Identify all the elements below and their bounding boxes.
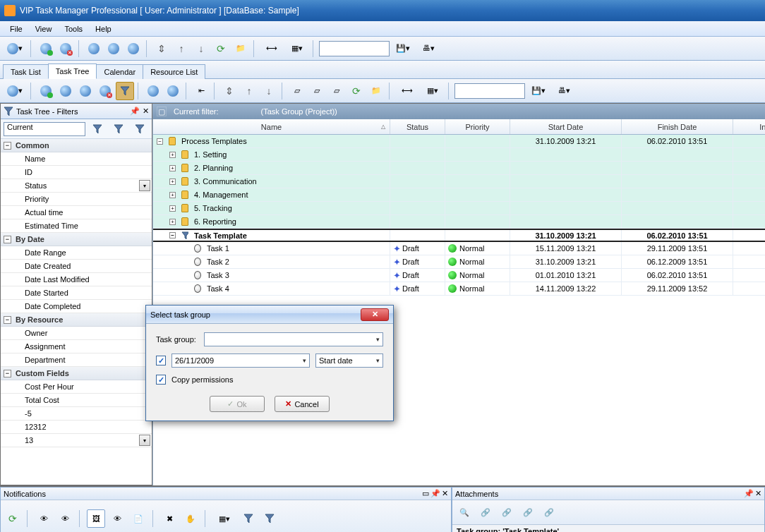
dialog-close-button[interactable]: ✕: [361, 308, 389, 321]
tab-calendar[interactable]: Calendar: [96, 64, 143, 79]
grid-row[interactable]: Task 2✦ Draft Normal31.10.2009 13:2106.1…: [153, 255, 765, 269]
tab-task-tree[interactable]: Task Tree: [48, 64, 97, 79]
grid-row[interactable]: −Task Template31.10.2009 13:2106.02.2010…: [153, 229, 765, 242]
date-checkbox[interactable]: ✓: [156, 356, 166, 365]
task-group-combo[interactable]: [204, 332, 383, 346]
filter-item[interactable]: Date Created: [1, 260, 152, 273]
filter-item[interactable]: Date Last Modified: [1, 273, 152, 286]
date-type-combo[interactable]: Start date: [315, 353, 383, 368]
tt-g3[interactable]: [76, 82, 95, 100]
filter-item-dropdown[interactable]: [139, 435, 150, 446]
filter-group[interactable]: −Common: [1, 139, 152, 152]
tb-cols[interactable]: ▦▾: [285, 40, 309, 58]
tb-up[interactable]: ↑: [172, 40, 191, 58]
tt-tree3[interactable]: ▱: [327, 82, 346, 100]
attach-link-4[interactable]: 🔗: [540, 503, 558, 521]
notif-del[interactable]: ✖: [160, 509, 179, 528]
notif-cols[interactable]: ▦▾: [212, 509, 236, 528]
tt-print[interactable]: 🖶▾: [552, 82, 576, 100]
col-priority[interactable]: Priority: [445, 119, 510, 134]
close-icon[interactable]: ✕: [143, 107, 149, 116]
notif-funnel-2[interactable]: [260, 509, 279, 528]
tt-g4[interactable]: [96, 82, 114, 100]
cancel-button[interactable]: ✕Cancel: [275, 396, 330, 412]
grid-row[interactable]: Task 4✦ Draft Normal14.11.2009 13:2229.1…: [153, 282, 765, 296]
filter-item[interactable]: Date Range: [1, 246, 152, 260]
tt-ud[interactable]: ⇕: [220, 82, 239, 100]
preset-funnel-3[interactable]: [131, 120, 149, 138]
tt-filter-toggle[interactable]: [116, 82, 134, 100]
filter-item[interactable]: Name: [1, 152, 152, 166]
preset-funnel-2[interactable]: [109, 120, 128, 138]
tb-save[interactable]: 💾▾: [391, 40, 415, 58]
tt-indent[interactable]: ⇤: [192, 82, 210, 100]
grid-row[interactable]: +6. Reporting: [153, 215, 765, 229]
tt-tree1[interactable]: ▱: [288, 82, 306, 100]
filter-item[interactable]: Department: [1, 353, 152, 367]
attach-link-3[interactable]: 🔗: [519, 503, 537, 521]
tt-search-input[interactable]: [454, 83, 525, 99]
tt-g2[interactable]: [56, 82, 75, 100]
tb-new[interactable]: ▾: [3, 40, 27, 58]
copy-permissions-checkbox[interactable]: ✓: [156, 375, 166, 385]
menu-help[interactable]: Help: [90, 23, 117, 35]
filter-item[interactable]: 13: [1, 434, 152, 447]
tab-task-list[interactable]: Task List: [3, 64, 49, 79]
tb-down[interactable]: ↓: [192, 40, 210, 58]
notif-hand[interactable]: ✋: [181, 509, 200, 528]
col-status[interactable]: Status: [390, 119, 445, 134]
tt-refresh[interactable]: ⟳: [347, 82, 366, 100]
tt-down[interactable]: ↓: [260, 82, 278, 100]
filter-item[interactable]: Owner: [1, 327, 152, 340]
tb-globe-3[interactable]: [85, 40, 103, 58]
notif-doc[interactable]: 📄: [129, 509, 147, 528]
filter-tree[interactable]: −CommonNameIDStatusPriorityActual timeEs…: [1, 139, 152, 485]
col-name[interactable]: Name△: [153, 119, 390, 134]
tb-up-down[interactable]: ⇕: [152, 40, 171, 58]
notif-eye-3[interactable]: 👁: [108, 509, 126, 528]
attach-link-2[interactable]: 🔗: [498, 503, 516, 521]
filter-item[interactable]: Actual time: [1, 206, 152, 219]
preset-select[interactable]: Current: [4, 122, 85, 136]
col-start[interactable]: Start Date: [510, 119, 622, 134]
pin-icon[interactable]: 📌: [130, 107, 140, 116]
notif-refresh[interactable]: ⟳: [4, 509, 22, 528]
tt-tree2[interactable]: ▱: [308, 82, 326, 100]
filter-group[interactable]: −By Date: [1, 233, 152, 246]
date-picker[interactable]: 26/11/2009: [171, 353, 310, 368]
tb-globe-1[interactable]: [37, 40, 55, 58]
attach-search[interactable]: 🔍: [455, 503, 474, 521]
tt-g6[interactable]: [164, 82, 182, 100]
notif-funnel-1[interactable]: [239, 509, 258, 528]
tb-refresh[interactable]: ⟳: [212, 40, 230, 58]
filter-item[interactable]: Estimated Time: [1, 219, 152, 233]
filter-item[interactable]: Total Cost: [1, 394, 152, 407]
filter-group[interactable]: −Custom Fields: [1, 367, 152, 380]
grid-row[interactable]: +5. Tracking: [153, 202, 765, 215]
col-info[interactable]: Info: [733, 119, 765, 134]
filter-item[interactable]: Cost Per Hour: [1, 380, 152, 394]
grid-row[interactable]: +2. Planning: [153, 162, 765, 175]
tb-globe-5[interactable]: [124, 40, 143, 58]
tt-g1[interactable]: [37, 82, 55, 100]
filter-item[interactable]: -5: [1, 407, 152, 421]
notif-eye-2[interactable]: 👁: [56, 509, 74, 528]
attach-pin-icon[interactable]: 📌: [744, 489, 754, 498]
panel-opt-icon[interactable]: ▭: [422, 489, 429, 498]
menu-view[interactable]: View: [30, 23, 58, 35]
tb-expand[interactable]: ⟷: [260, 40, 284, 58]
tb-globe-4[interactable]: [104, 40, 123, 58]
notif-eye-1[interactable]: 👁: [35, 509, 53, 528]
grid-row[interactable]: Task 1✦ Draft Normal15.11.2009 13:2129.1…: [153, 242, 765, 255]
filter-bar-close-icon[interactable]: ▢: [157, 107, 167, 116]
filter-item-dropdown[interactable]: [139, 180, 150, 191]
tab-resource-list[interactable]: Resource List: [143, 64, 205, 79]
attach-close-icon[interactable]: ✕: [755, 489, 761, 498]
grid-row[interactable]: +4. Management: [153, 188, 765, 202]
grid-row[interactable]: +3. Communication: [153, 175, 765, 188]
grid-row[interactable]: Task 3✦ Draft Normal01.01.2010 13:2106.0…: [153, 269, 765, 282]
tt-new[interactable]: ▾: [3, 82, 27, 100]
filter-item[interactable]: ID: [1, 166, 152, 179]
attach-link-1[interactable]: 🔗: [476, 503, 495, 521]
notif-img[interactable]: 🖼: [87, 509, 105, 528]
